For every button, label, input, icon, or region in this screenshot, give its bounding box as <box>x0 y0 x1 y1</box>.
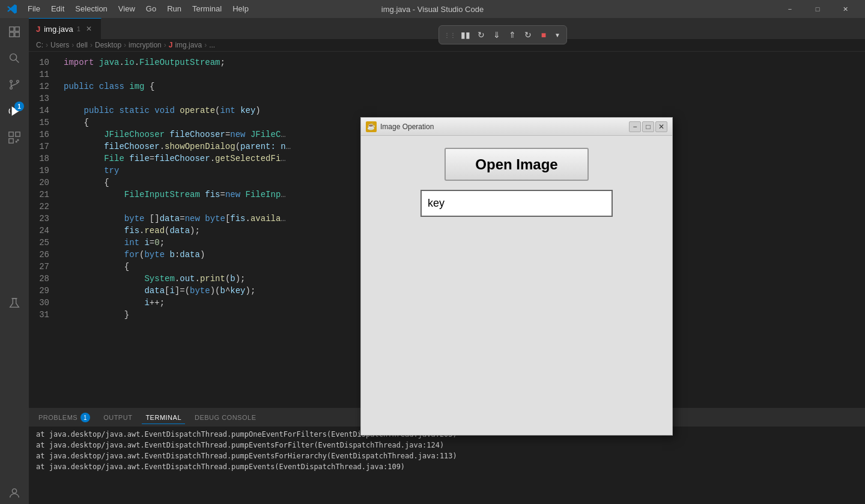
swing-title-text: Image Operation <box>380 123 625 131</box>
search-icon[interactable] <box>4 47 25 69</box>
svg-rect-1 <box>15 27 19 31</box>
menu-terminal[interactable]: Terminal <box>187 0 226 18</box>
debug-drag-handle: ⋮⋮ <box>443 28 457 42</box>
menu-bar: File Edit Selection View Go Run Terminal… <box>23 0 253 18</box>
breadcrumb-dell: dell <box>76 41 88 49</box>
tab-img-java[interactable]: J img.java 1 ✕ <box>29 18 102 39</box>
swing-maximize-button[interactable]: □ <box>642 121 654 132</box>
tab-output[interactable]: OUTPUT <box>100 411 136 424</box>
extensions-icon[interactable] <box>4 127 25 148</box>
tab-j-icon: J <box>36 25 40 34</box>
menu-help[interactable]: Help <box>228 0 253 18</box>
debug-icon[interactable]: 1 <box>4 100 25 122</box>
breadcrumb-j-icon: J <box>169 41 173 49</box>
minimize-button[interactable]: − <box>776 0 804 18</box>
activity-bar: 1 <box>0 18 29 504</box>
explorer-icon[interactable] <box>4 21 25 43</box>
svg-rect-13 <box>9 139 13 143</box>
debug-toolbar: ⋮⋮ ▮▮ ↻ ⇓ ⇑ ↻ ■ ▼ <box>439 25 567 44</box>
terminal-line-2: at java.desktop/java.awt.EventDispatchTh… <box>36 440 858 451</box>
debug-step-into-button[interactable]: ⇓ <box>490 28 504 42</box>
swing-minimize-button[interactable]: − <box>629 121 641 132</box>
code-line-12: public class img { <box>64 80 865 93</box>
debug-restart-button[interactable]: ↻ <box>521 28 535 42</box>
menu-view[interactable]: View <box>114 0 140 18</box>
tab-close-button[interactable]: ✕ <box>84 24 94 34</box>
code-line-14: public static void operate(int key) <box>64 105 865 117</box>
breadcrumb-users: Users <box>50 41 69 49</box>
breadcrumb-ellipsis: ... <box>209 41 215 49</box>
swing-close-button[interactable]: ✕ <box>655 121 667 132</box>
menu-file[interactable]: File <box>23 0 45 18</box>
title-bar: File Edit Selection View Go Run Terminal… <box>0 0 865 18</box>
svg-rect-11 <box>9 132 13 136</box>
code-line-10: import java.io.FileOutputStream; <box>64 56 865 68</box>
window-controls: − □ ✕ <box>776 0 859 18</box>
tab-problems[interactable]: PROBLEMS 1 <box>35 410 94 425</box>
swing-win-buttons: − □ ✕ <box>629 121 667 132</box>
debug-dropdown-button[interactable]: ▼ <box>552 28 563 42</box>
vscode-logo <box>6 3 18 15</box>
breadcrumb-desktop: Desktop <box>95 41 121 49</box>
svg-point-8 <box>10 80 13 83</box>
line-numbers: 1011121314 1516171819 2021222324 2526272… <box>29 52 59 408</box>
svg-point-6 <box>10 87 13 90</box>
swing-content: Open Image <box>361 136 672 435</box>
svg-point-4 <box>10 54 17 61</box>
close-button[interactable]: ✕ <box>831 0 859 18</box>
breadcrumb-filename: img.java <box>175 41 202 49</box>
svg-rect-12 <box>16 132 20 136</box>
account-icon[interactable] <box>4 482 25 504</box>
window-title: img.java - Visual Studio Code <box>381 5 484 14</box>
problems-badge: 1 <box>80 413 90 422</box>
menu-go[interactable]: Go <box>141 0 161 18</box>
svg-point-7 <box>17 80 19 83</box>
tab-number: 1 <box>77 25 80 32</box>
tab-filename: img.java <box>44 25 73 34</box>
debug-pause-button[interactable]: ▮▮ <box>458 28 473 42</box>
menu-selection[interactable]: Selection <box>70 0 112 18</box>
terminal-line-4: at java.desktop/java.awt.EventDispatchTh… <box>36 461 858 472</box>
menu-run[interactable]: Run <box>162 0 186 18</box>
breadcrumb-imcryption: imcryption <box>129 41 162 49</box>
code-line-13 <box>64 93 865 105</box>
svg-point-15 <box>12 489 16 493</box>
source-control-icon[interactable] <box>4 74 25 96</box>
debug-badge: 1 <box>14 102 24 111</box>
debug-step-over-button[interactable]: ↻ <box>474 28 488 42</box>
svg-rect-2 <box>10 32 14 37</box>
maximize-button[interactable]: □ <box>804 0 831 18</box>
terminal-line-3: at java.desktop/java.awt.EventDispatchTh… <box>36 451 858 461</box>
code-line-11 <box>64 68 865 80</box>
debug-stop-button[interactable]: ■ <box>536 28 551 42</box>
menu-edit[interactable]: Edit <box>46 0 69 18</box>
tab-terminal[interactable]: TERMINAL <box>142 411 185 424</box>
debug-step-out-button[interactable]: ⇑ <box>505 28 520 42</box>
open-image-button[interactable]: Open Image <box>445 148 589 181</box>
key-textfield[interactable] <box>420 190 613 217</box>
swing-title-icon: ☕ <box>366 121 377 132</box>
swing-titlebar: ☕ Image Operation − □ ✕ <box>361 118 672 136</box>
terminal-content[interactable]: at java.desktop/java.awt.EventDispatchTh… <box>29 427 865 504</box>
test-icon[interactable] <box>4 293 25 314</box>
svg-rect-0 <box>10 27 14 31</box>
swing-window: ☕ Image Operation − □ ✕ Open Image <box>360 117 673 436</box>
breadcrumb-c: C: <box>36 41 43 49</box>
svg-line-5 <box>16 59 19 62</box>
tab-debug-console[interactable]: DEBUG CONSOLE <box>191 411 260 424</box>
svg-rect-3 <box>15 32 19 37</box>
